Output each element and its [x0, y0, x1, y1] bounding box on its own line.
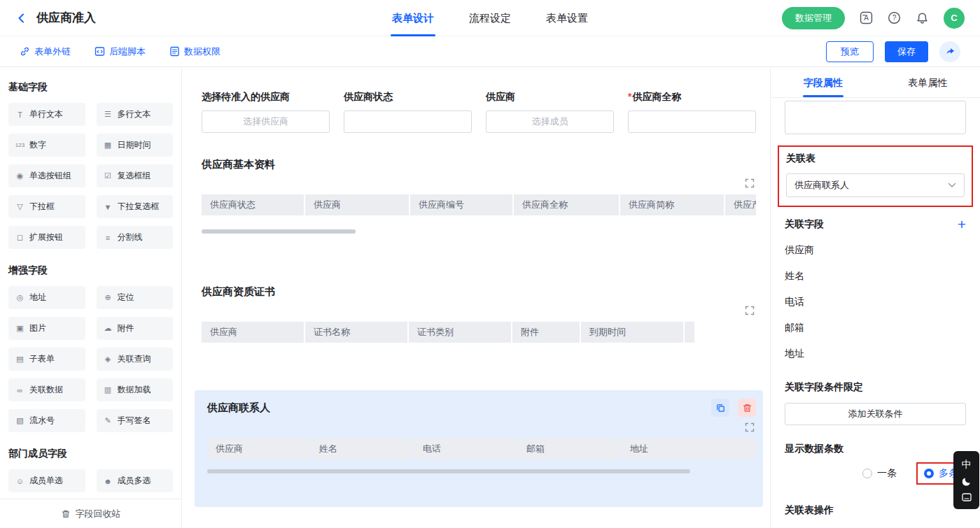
field-type-label: 数字 — [29, 139, 46, 151]
field-type-radio-group[interactable]: ◉单选按钮组 — [8, 164, 85, 187]
help-icon[interactable]: ? — [888, 11, 901, 24]
related-field-item[interactable]: 邮箱 — [785, 322, 966, 334]
condition-limit-label: 关联字段条件限定 — [785, 381, 966, 394]
subform-certificates[interactable]: 供应商资质证书 供应商 证书名称 证书类别 附件 到期时间 — [202, 285, 756, 343]
horizontal-scrollbar[interactable] — [207, 469, 690, 473]
field-title-input[interactable] — [785, 101, 966, 134]
chain-link-icon — [20, 46, 30, 57]
field-type-label: 下拉框 — [29, 201, 55, 213]
preview-button[interactable]: 预览 — [826, 41, 874, 62]
save-button[interactable]: 保存 — [885, 41, 928, 62]
share-button[interactable] — [939, 41, 960, 62]
tab-field-properties[interactable]: 字段属性 — [771, 67, 876, 97]
related-field-item[interactable]: 姓名 — [785, 270, 966, 283]
field-input[interactable] — [628, 110, 756, 133]
tab-form-setting[interactable]: 表单设置 — [546, 0, 588, 36]
add-related-field-icon[interactable]: + — [958, 219, 966, 230]
radio-option-single[interactable]: 一条 — [862, 467, 897, 480]
expand-icon[interactable] — [745, 178, 755, 188]
field-type-linked-data[interactable]: ∞关联数据 — [8, 378, 85, 401]
moon-icon[interactable] — [961, 476, 972, 487]
field-supplier[interactable]: 供应商 选择成员 — [486, 91, 614, 133]
related-table-select[interactable]: 供应商联系人 — [786, 173, 965, 197]
field-type-checkbox-group[interactable]: ☑复选框组 — [97, 164, 174, 187]
column-header: 供应商简称 — [620, 194, 724, 215]
field-type-member-single[interactable]: ☺成员单选 — [8, 469, 85, 492]
related-field-item[interactable]: 地址 — [785, 348, 966, 360]
form-fields-row: 选择待准入的供应商 选择供应商 供应商状态 供应商 选择成员 *供应商全称 — [202, 91, 756, 133]
translate-icon[interactable]: A — [860, 11, 873, 24]
data-permission-button[interactable]: 数据权限 — [169, 45, 220, 58]
tab-form-design[interactable]: 表单设计 — [392, 0, 434, 36]
field-type-label: 关联数据 — [29, 384, 63, 396]
field-type-serial-number[interactable]: ▧流水号 — [8, 409, 85, 432]
subform-basic-info[interactable]: 供应商基本资料 供应商状态 供应商 供应商编号 供应商全称 供应商简称 供应产 — [202, 158, 756, 234]
form-canvas: 选择待准入的供应商 选择供应商 供应商状态 供应商 选择成员 *供应商全称 — [182, 67, 770, 528]
expand-icon[interactable] — [745, 306, 755, 315]
field-library-sidebar: 基础字段 T单行文本 ☰多行文本 123数字 ▦日期时间 ◉单选按钮组 ☑复选框… — [0, 67, 182, 528]
field-type-single-line-text[interactable]: T单行文本 — [8, 103, 85, 126]
field-type-label: 流水号 — [29, 415, 55, 427]
column-header: 证书名称 — [305, 322, 407, 343]
required-asterisk: * — [628, 91, 631, 102]
field-label: 供应商 — [486, 91, 614, 104]
ime-tool-icon[interactable] — [962, 493, 972, 501]
field-type-linked-query[interactable]: ◈关联查询 — [97, 348, 174, 371]
field-type-dropdown-multi[interactable]: ▼下拉复选框 — [97, 195, 174, 218]
page-title: 供应商准入 — [36, 10, 96, 26]
field-supplier-full-name[interactable]: *供应商全称 — [628, 91, 756, 133]
copy-icon — [715, 403, 726, 413]
field-input[interactable]: 选择供应商 — [202, 110, 330, 133]
field-type-label: 扩展按钮 — [29, 231, 63, 243]
app-header: 供应商准入 表单设计 流程设定 表单设置 数据管理 A ? C — [0, 0, 980, 36]
field-type-attachment[interactable]: ☁附件 — [97, 317, 174, 340]
field-type-dropdown[interactable]: ▽下拉框 — [8, 195, 85, 218]
radio-icon-checked[interactable] — [924, 469, 934, 478]
field-type-extend-button[interactable]: ◻扩展按钮 — [8, 226, 85, 249]
expand-icon[interactable] — [745, 422, 755, 432]
ime-widget[interactable]: 中 — [953, 451, 979, 509]
field-type-number[interactable]: 123数字 — [8, 134, 85, 157]
radio-icon-unchecked[interactable] — [862, 469, 872, 478]
column-header: 供应商 — [305, 194, 409, 215]
field-type-multi-line-text[interactable]: ☰多行文本 — [97, 103, 174, 126]
tab-flow-setting[interactable]: 流程设定 — [469, 0, 511, 36]
column-header: 供应商 — [207, 438, 309, 459]
field-input[interactable] — [344, 110, 472, 133]
tab-form-properties[interactable]: 表单属性 — [876, 67, 980, 97]
delete-button[interactable] — [738, 399, 756, 417]
external-link-button[interactable]: 表单外链 — [20, 45, 71, 58]
field-type-image[interactable]: ▣图片 — [8, 317, 85, 340]
field-type-divider[interactable]: ≡分割线 — [97, 226, 174, 249]
field-type-signature[interactable]: ✎手写签名 — [97, 409, 174, 432]
field-recycle-bin[interactable]: 字段回收站 — [0, 499, 181, 528]
backend-script-button[interactable]: 后端脚本 — [94, 45, 146, 58]
add-condition-button[interactable]: 添加关联条件 — [785, 403, 966, 425]
field-type-label: 分割线 — [118, 231, 143, 243]
back-button[interactable] — [15, 12, 28, 24]
ime-language-indicator[interactable]: 中 — [962, 459, 972, 469]
copy-button[interactable] — [711, 399, 729, 417]
subform-contacts-selected[interactable]: 供应商联系人 供应商 姓名 电话 — [195, 390, 763, 507]
field-supplier-status[interactable]: 供应商状态 — [344, 91, 472, 133]
field-input[interactable]: 选择成员 — [486, 110, 614, 133]
field-type-member-multi[interactable]: ☻成员多选 — [97, 469, 174, 492]
field-type-data-load[interactable]: ▥数据加载 — [97, 378, 174, 401]
field-type-subform[interactable]: ▤子表单 — [8, 348, 85, 371]
field-type-address[interactable]: ◎地址 — [8, 286, 85, 309]
field-type-datetime[interactable]: ▦日期时间 — [97, 134, 174, 157]
related-field-item[interactable]: 供应商 — [785, 244, 966, 257]
horizontal-scrollbar[interactable] — [202, 229, 356, 234]
linked-query-icon: ◈ — [102, 355, 114, 364]
data-manage-button[interactable]: 数据管理 — [782, 7, 845, 29]
related-field-item[interactable]: 电话 — [785, 296, 966, 308]
table-header-row: 供应商 姓名 电话 邮箱 地址 — [207, 438, 756, 459]
field-type-location[interactable]: ⊕定位 — [97, 286, 174, 309]
display-count-options: 一条 多条 — [785, 462, 966, 485]
field-select-pending-supplier[interactable]: 选择待准入的供应商 选择供应商 — [202, 91, 330, 133]
user-avatar[interactable]: C — [944, 8, 965, 29]
field-type-label: 数据加载 — [118, 384, 151, 396]
dropdown-multi-icon: ▼ — [102, 203, 114, 211]
notification-bell-icon[interactable] — [916, 12, 929, 24]
address-pin-icon: ◎ — [14, 293, 26, 302]
